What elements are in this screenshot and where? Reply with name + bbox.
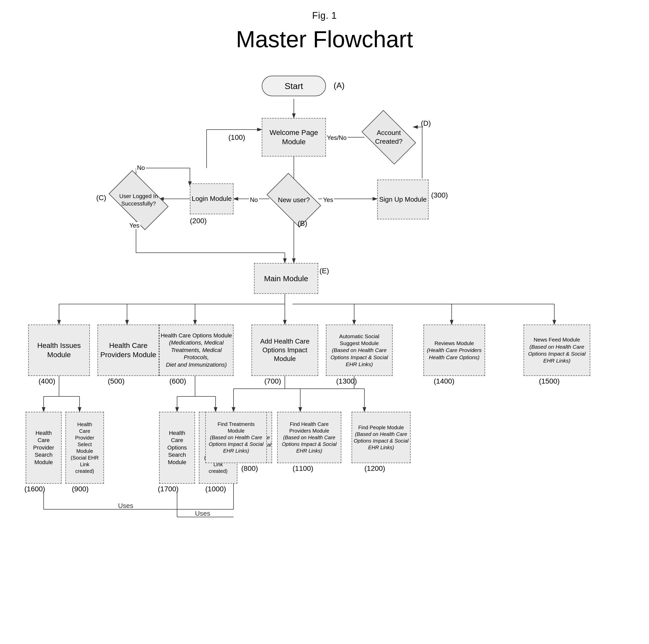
- label-1100: (1100): [293, 464, 313, 473]
- label-1400: (1400): [434, 377, 455, 385]
- label-A: (A): [334, 81, 345, 90]
- hc-options-node: Health Care Options Module(Medications, …: [159, 325, 233, 376]
- label-1300: (1300): [336, 377, 357, 385]
- fig-label: Fig. 1: [10, 10, 639, 21]
- label-300: (300): [431, 191, 448, 199]
- label-100: (100): [228, 133, 245, 142]
- hc-options-search-node: Health Care Options Search Module: [159, 412, 195, 484]
- label-500: (500): [108, 377, 125, 385]
- hc-providers-node: Health Care Providers Module: [97, 325, 159, 376]
- label-600: (600): [169, 377, 186, 385]
- main-title: Master Flowchart: [10, 26, 639, 53]
- yes-logged-in-label: Yes: [128, 222, 140, 229]
- reviews-node: Reviews Module(Health Care ProvidersHeal…: [423, 325, 485, 376]
- label-1500: (1500): [539, 377, 560, 385]
- svg-text:Uses: Uses: [118, 502, 133, 510]
- label-B: (B): [298, 219, 307, 227]
- login-node: Login Module: [190, 183, 233, 214]
- find-people-node: Find People Module(Based on Health CareO…: [352, 412, 410, 463]
- no-login-label: No: [249, 196, 259, 204]
- label-200: (200): [190, 217, 207, 225]
- yes-signup-label: Yes: [322, 196, 334, 204]
- add-hc-impact-node: Add Health Care Options Impact Module: [252, 325, 318, 376]
- find-hc-providers-node: Find Health CareProviders Module(Based o…: [277, 412, 341, 463]
- label-C: (C): [96, 194, 106, 202]
- label-1700: (1700): [158, 485, 179, 493]
- label-1200: (1200): [364, 464, 385, 473]
- find-treatments-module: Find TreatmentsModule(Based on Health Ca…: [205, 412, 267, 463]
- svg-text:Uses: Uses: [195, 510, 210, 517]
- label-900: (900): [72, 485, 89, 493]
- new-user-node: New user?: [267, 185, 321, 216]
- label-1600: (1600): [25, 485, 45, 493]
- hc-provider-search-node: Health Care Provider Search Module: [26, 412, 61, 484]
- logged-in-node: User Logged InSuccessfully?: [113, 183, 164, 217]
- start-node: Start: [262, 76, 326, 96]
- health-issues-node: Health Issues Module: [28, 325, 90, 376]
- label-800: (800): [241, 464, 258, 473]
- yes-no-label: Yes/No: [326, 134, 348, 141]
- no-logged-in-label: No: [136, 164, 146, 171]
- welcome-node: Welcome Page Module: [262, 118, 326, 157]
- flowchart-area: Uses Uses Start (A) Welcome Page Module …: [10, 68, 639, 633]
- hc-provider-select-node: Health Care Provider Select Module (Soci…: [66, 412, 104, 484]
- label-E: (E): [319, 267, 329, 275]
- signup-node: Sign Up Module: [377, 180, 429, 219]
- account-created-node: AccountCreated?: [362, 118, 416, 157]
- page-container: Fig. 1 Master Flowchart: [0, 0, 649, 644]
- main-node: Main Module: [254, 263, 318, 294]
- label-D: (D): [421, 119, 431, 128]
- label-400: (400): [39, 377, 55, 385]
- news-feed-node: News Feed Module(Based on Health CareOpt…: [523, 325, 590, 376]
- label-700: (700): [264, 377, 281, 385]
- auto-social-node: Automatic SocialSuggest Module(Based on …: [326, 325, 393, 376]
- label-1000: (1000): [205, 485, 226, 493]
